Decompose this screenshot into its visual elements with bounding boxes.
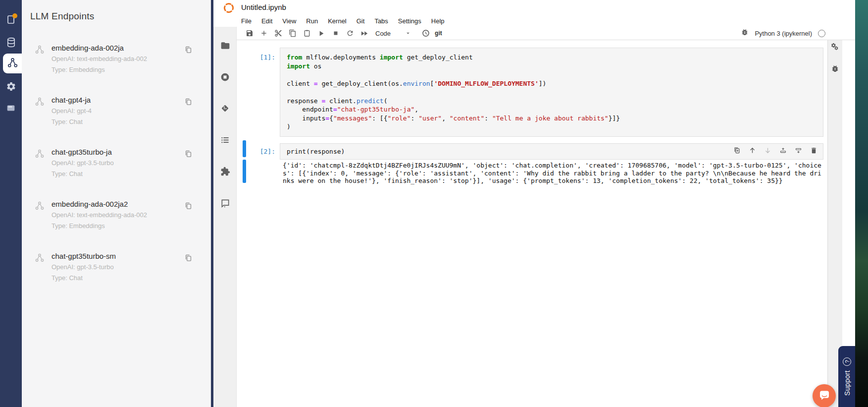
run-cell-button[interactable] bbox=[314, 27, 328, 39]
cell-toolbar bbox=[733, 146, 818, 155]
menu-help[interactable]: Help bbox=[426, 17, 450, 25]
sidebar-item-data[interactable] bbox=[0, 33, 22, 53]
sidebar-item-endpoints-active[interactable] bbox=[3, 54, 22, 73]
menu-view[interactable]: View bbox=[277, 17, 301, 25]
chat-panel-tab[interactable] bbox=[213, 195, 237, 211]
endpoint-list-item[interactable]: chat-gpt4-ja OpenAI: gpt-4 Type: Chat bbox=[22, 96, 211, 148]
cell-type-dropdown[interactable]: Code bbox=[375, 30, 411, 37]
share-network-icon bbox=[35, 149, 45, 161]
jupyterlab-window: Untitled.ipynb FileEditViewRunKernelGitT… bbox=[213, 0, 855, 407]
left-tab-strip bbox=[213, 27, 237, 407]
copy-endpoint-button[interactable] bbox=[182, 148, 194, 160]
support-label: Support bbox=[843, 370, 851, 396]
stop-circle-icon bbox=[220, 72, 230, 82]
folder-icon bbox=[220, 41, 230, 51]
endpoint-provider: OpenAI: text-embedding-ada-002 bbox=[51, 55, 147, 62]
cell-2-editor[interactable]: print(response) bbox=[280, 143, 823, 160]
kernel-status-indicator[interactable] bbox=[818, 30, 825, 37]
copy-endpoint-button[interactable] bbox=[182, 44, 194, 56]
move-cell-up-button[interactable] bbox=[748, 146, 757, 155]
endpoint-name: chat-gpt35turbo-sm bbox=[51, 252, 116, 260]
sidebar-item-settings[interactable] bbox=[0, 77, 22, 97]
execution-prompt-2: [2]: bbox=[253, 143, 280, 156]
git-toolbar-label[interactable]: git bbox=[435, 30, 442, 37]
execution-time-icon[interactable] bbox=[418, 27, 433, 39]
output-text: {'id': 'chatcmpl-8zZdqktDtj4BZFe0jIRJs4s… bbox=[283, 162, 840, 185]
endpoint-list-item[interactable]: embedding-ada-002ja OpenAI: text-embeddi… bbox=[22, 44, 211, 96]
endpoint-name: embedding-ada-002ja2 bbox=[51, 200, 128, 208]
save-button[interactable] bbox=[242, 27, 256, 39]
desktop-wallpaper bbox=[855, 0, 868, 407]
endpoint-name: embedding-ada-002ja bbox=[51, 44, 124, 52]
insert-cell-below-button[interactable] bbox=[794, 146, 803, 155]
menu-file[interactable]: File bbox=[236, 17, 256, 25]
delete-cell-button[interactable] bbox=[810, 146, 818, 155]
execution-prompt-1: [1]: bbox=[253, 48, 280, 62]
chat-bubble-icon bbox=[818, 389, 831, 404]
running-kernels-tab[interactable] bbox=[213, 69, 237, 85]
sidebar-item-projects[interactable] bbox=[0, 10, 22, 30]
menu-tabs[interactable]: Tabs bbox=[369, 17, 393, 25]
menu-bar: FileEditViewRunKernelGitTabsSettingsHelp bbox=[236, 15, 450, 27]
notification-badge bbox=[12, 13, 17, 18]
share-network-icon bbox=[35, 201, 45, 213]
endpoint-name: chat-gpt35turbo-ja bbox=[51, 148, 112, 156]
property-inspector-tab[interactable] bbox=[828, 42, 842, 55]
paste-cells-button[interactable] bbox=[300, 27, 314, 39]
cell-1-editor[interactable]: from mlflow.deployments import get_deplo… bbox=[280, 48, 823, 137]
cut-cells-button[interactable] bbox=[271, 27, 285, 39]
kernel-name[interactable]: Python 3 (ipykernel) bbox=[755, 30, 812, 37]
interrupt-kernel-button[interactable] bbox=[328, 27, 343, 39]
chat-launcher-button[interactable] bbox=[813, 384, 836, 407]
move-cell-down-button[interactable] bbox=[764, 146, 772, 155]
sidebar-item-environments[interactable] bbox=[0, 99, 22, 119]
gears-icon bbox=[830, 43, 840, 55]
file-browser-tab[interactable] bbox=[213, 38, 237, 54]
endpoints-panel: LLM Endpoints embedding-ada-002ja OpenAI… bbox=[22, 0, 211, 407]
domino-logo-icon bbox=[223, 2, 235, 16]
chevron-down-icon bbox=[405, 30, 411, 37]
table-of-contents-tab[interactable] bbox=[213, 132, 237, 148]
endpoint-list-item[interactable]: chat-gpt35turbo-ja OpenAI: gpt-3.5-turbo… bbox=[22, 148, 211, 200]
endpoint-list-item[interactable]: chat-gpt35turbo-sm OpenAI: gpt-3.5-turbo… bbox=[22, 252, 211, 304]
debugger-tab[interactable] bbox=[828, 63, 842, 76]
menu-edit[interactable]: Edit bbox=[256, 17, 277, 25]
share-network-icon bbox=[7, 57, 18, 70]
menu-kernel[interactable]: Kernel bbox=[323, 17, 352, 25]
output-collapser[interactable] bbox=[243, 160, 246, 183]
copy-cells-button[interactable] bbox=[285, 27, 300, 39]
restart-kernel-button[interactable] bbox=[343, 27, 357, 39]
panel-title: LLM Endpoints bbox=[30, 11, 94, 22]
list-icon bbox=[220, 135, 230, 145]
code-cell-1: [1]: from mlflow.deployments import get_… bbox=[237, 48, 840, 137]
endpoint-list-item[interactable]: embedding-ada-002ja2 OpenAI: text-embedd… bbox=[22, 200, 211, 252]
notebook-title: Untitled.ipynb bbox=[241, 3, 286, 11]
menu-settings[interactable]: Settings bbox=[393, 17, 426, 25]
copy-endpoint-button[interactable] bbox=[182, 200, 194, 212]
endpoint-type: Type: Embeddings bbox=[51, 66, 105, 73]
menu-run[interactable]: Run bbox=[301, 17, 323, 25]
endpoint-type: Type: Chat bbox=[51, 170, 83, 177]
share-network-icon bbox=[35, 97, 45, 109]
notebook-toolbar: Code git Python 3 (ipykernel) bbox=[213, 27, 855, 40]
debugger-bug-icon[interactable] bbox=[741, 28, 749, 38]
menu-git[interactable]: Git bbox=[352, 17, 370, 25]
notebook-title-row: Untitled.ipynb bbox=[213, 0, 855, 15]
git-tab[interactable] bbox=[213, 100, 237, 116]
help-question-icon: ? bbox=[843, 357, 851, 366]
duplicate-cell-button[interactable] bbox=[733, 146, 741, 155]
insert-cell-button[interactable] bbox=[256, 27, 271, 39]
copy-endpoint-button[interactable] bbox=[182, 96, 194, 108]
endpoint-type: Type: Chat bbox=[51, 118, 83, 125]
restart-run-all-button[interactable] bbox=[357, 27, 371, 39]
endpoint-provider: OpenAI: gpt-4 bbox=[51, 107, 92, 115]
input-collapser[interactable] bbox=[243, 140, 246, 157]
insert-cell-above-button[interactable] bbox=[779, 146, 787, 155]
cell-2-output: {'id': 'chatcmpl-8zZdqktDtj4BZFe0jIRJs4s… bbox=[237, 162, 840, 185]
database-icon bbox=[5, 37, 17, 50]
copy-endpoint-button[interactable] bbox=[182, 252, 194, 264]
extension-manager-tab[interactable] bbox=[213, 164, 237, 179]
cell-2-source: print(response) bbox=[287, 148, 345, 155]
cell-type-value: Code bbox=[375, 30, 391, 37]
support-tab[interactable]: Support ? bbox=[838, 346, 855, 407]
